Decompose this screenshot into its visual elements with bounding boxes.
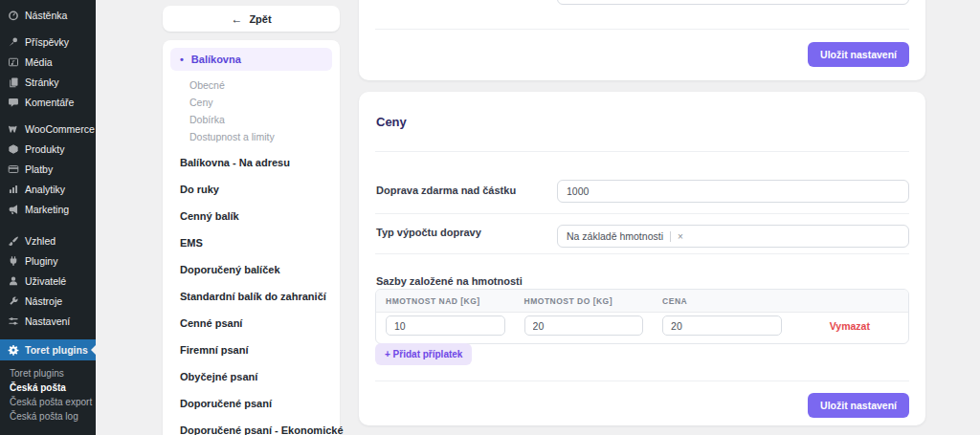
sidebar-item-label: Analytiky (25, 184, 65, 195)
sidebar-item-label: Pluginy (25, 255, 57, 267)
comments-icon (8, 97, 19, 108)
sidebar-item-label: Nástroje (25, 295, 62, 307)
toret-plugins-submenu: Toret plugins Česká pošta Česká pošta ex… (0, 360, 96, 429)
save-settings-button-top[interactable]: Uložit nastavení (808, 42, 909, 67)
sidebar-item-label: Toret plugins (25, 344, 88, 356)
nav-item-label: Balíkovna (191, 54, 241, 65)
back-button-label: Zpět (249, 13, 271, 25)
prices-settings-card: Ceny Doprava zdarma nad částku Typ výpoč… (359, 92, 925, 425)
sidebar-item-tools[interactable]: Nástroje (0, 291, 96, 311)
selected-tag-label: Na základě hmotnosti (567, 230, 663, 242)
add-surcharge-button[interactable]: + Přidat příplatek (375, 343, 472, 365)
nav-item-firemni-psani[interactable]: Firemní psaní (170, 337, 332, 363)
nav-subitem-obecne[interactable]: Obecné (170, 76, 332, 94)
delete-row-link[interactable]: Vymazat (830, 320, 870, 332)
free-shipping-label: Doprava zdarma nad částku (376, 185, 516, 196)
divider (375, 253, 909, 254)
service-nav-panel: ← Zpět • Balíkovna Obecné Ceny Dobírka D… (163, 6, 340, 435)
back-button[interactable]: ← Zpět (163, 6, 340, 32)
sidebar-item-label: Příspěvky (25, 36, 69, 48)
sidebar-item-payments[interactable]: Platby (0, 159, 96, 179)
sidebar-item-label: Nástěnka (25, 10, 67, 21)
brush-icon (8, 235, 19, 247)
nav-item-cenne-psani[interactable]: Cenné psaní (170, 310, 332, 337)
sidebar-item-dashboard[interactable]: Nástěnka (0, 5, 96, 25)
sidebar-item-label: Nastavení (25, 315, 70, 327)
sidebar-item-label: WooCommerce (25, 123, 95, 135)
sidebar-item-pages[interactable]: Stránky (0, 72, 96, 92)
woocommerce-icon (8, 123, 19, 135)
top-card-partial-input[interactable] (557, 0, 909, 5)
nav-item-ems[interactable]: EMS (170, 229, 332, 256)
sidebar-item-label: Platby (25, 163, 53, 175)
submenu-item-toret-plugins[interactable]: Toret plugins (0, 366, 96, 381)
products-icon (8, 143, 19, 155)
weight-to-input[interactable] (524, 315, 644, 336)
balikovna-subsections: Obecné Ceny Dobírka Dostupnost a limity (170, 71, 332, 149)
table-row: Vymazat (376, 313, 908, 343)
sidebar-item-label: Marketing (25, 204, 69, 215)
payments-icon (8, 163, 19, 175)
sidebar-item-posts[interactable]: Příspěvky (0, 32, 96, 52)
sidebar-item-label: Vzhled (25, 235, 56, 247)
nav-item-doporuceny-balicek[interactable]: Doporučený balíček (170, 256, 332, 283)
divider (375, 381, 909, 381)
sidebar-item-toret-plugins[interactable]: Toret plugins (0, 339, 96, 360)
nav-item-standardni-balik[interactable]: Standardní balík do zahraničí (170, 283, 332, 310)
megaphone-icon (8, 204, 19, 215)
plug-icon (8, 255, 19, 267)
sidebar-item-comments[interactable]: Komentáře (0, 92, 96, 112)
sidebar-item-plugins[interactable]: Pluginy (0, 250, 96, 271)
sidebar-item-analytics[interactable]: Analytiky (0, 179, 96, 199)
dashboard-icon (8, 10, 19, 21)
nav-item-obycejne-psani[interactable]: Obyčejné psaní (170, 363, 332, 390)
divider (375, 151, 909, 152)
submenu-item-ceska-posta[interactable]: Česká pošta (0, 381, 96, 395)
arrow-left-icon: ← (231, 12, 242, 26)
bullet-dot-icon: • (180, 54, 184, 65)
save-settings-button[interactable]: Uložit nastavení (808, 393, 909, 418)
nav-subitem-ceny[interactable]: Ceny (170, 94, 332, 111)
col-header-weight-to: HMOTNOST DO [KG] (515, 290, 654, 312)
tag-remove-icon[interactable]: × (670, 231, 683, 242)
nav-item-do-ruky[interactable]: Do ruky (170, 176, 332, 203)
gear-icon (8, 344, 19, 356)
nav-item-doporucene-psani[interactable]: Doporučené psaní (170, 390, 332, 417)
wp-admin-screen: Nástěnka Příspěvky Média Stránky Komentá… (0, 0, 980, 435)
weight-over-input[interactable] (386, 315, 505, 336)
user-icon (8, 275, 19, 287)
sidebar-item-settings[interactable]: Nastavení (0, 311, 96, 331)
sidebar-item-marketing[interactable]: Marketing (0, 199, 96, 219)
nav-item-cenny-balik[interactable]: Cenný balík (170, 203, 332, 229)
pin-icon (8, 36, 19, 48)
calc-type-label: Typ výpočtu dopravy (376, 227, 481, 238)
col-header-weight-over: HMOTNOST NAD [KG] (376, 290, 515, 312)
nav-item-balikovna-na-adresu[interactable]: Balíkovna - Na adresu (170, 149, 332, 176)
sidebar-item-label: Média (25, 56, 53, 68)
nav-item-balikovna[interactable]: • Balíkovna (170, 48, 332, 71)
submenu-item-ceska-posta-log[interactable]: Česká pošta log (0, 409, 96, 424)
weight-rates-table: HMOTNOST NAD [KG] HMOTNOST DO [KG] CENA … (375, 289, 909, 344)
pages-icon (8, 76, 19, 88)
nav-item-doporucene-psani-ekonomicke[interactable]: Doporučené psaní - Ekonomické (170, 417, 332, 435)
weight-rates-label: Sazby založené na hmotnosti (376, 275, 523, 287)
col-header-price: CENA (653, 290, 791, 312)
sidebar-item-users[interactable]: Uživatelé (0, 271, 96, 291)
sidebar-item-woocommerce[interactable]: WooCommerce (0, 119, 96, 139)
service-list-card: • Balíkovna Obecné Ceny Dobírka Dostupno… (163, 40, 340, 435)
calc-type-select[interactable]: Na základě hmotnosti × (557, 225, 909, 248)
divider (375, 29, 909, 30)
general-settings-card: Uložit nastavení (359, 0, 925, 80)
submenu-item-ceska-posta-export[interactable]: Česká pošta export (0, 395, 96, 409)
card-title: Ceny (376, 115, 407, 129)
free-shipping-input[interactable] (557, 180, 909, 203)
sidebar-item-appearance[interactable]: Vzhled (0, 230, 96, 250)
analytics-icon (8, 184, 19, 195)
nav-subitem-dostupnost[interactable]: Dostupnost a limity (170, 128, 332, 145)
divider (375, 213, 909, 214)
nav-subitem-dobirka[interactable]: Dobírka (170, 111, 332, 128)
sidebar-item-products[interactable]: Produkty (0, 139, 96, 159)
price-input[interactable] (662, 315, 782, 336)
sidebar-item-media[interactable]: Média (0, 52, 96, 72)
sidebar-item-label: Produkty (25, 143, 64, 155)
